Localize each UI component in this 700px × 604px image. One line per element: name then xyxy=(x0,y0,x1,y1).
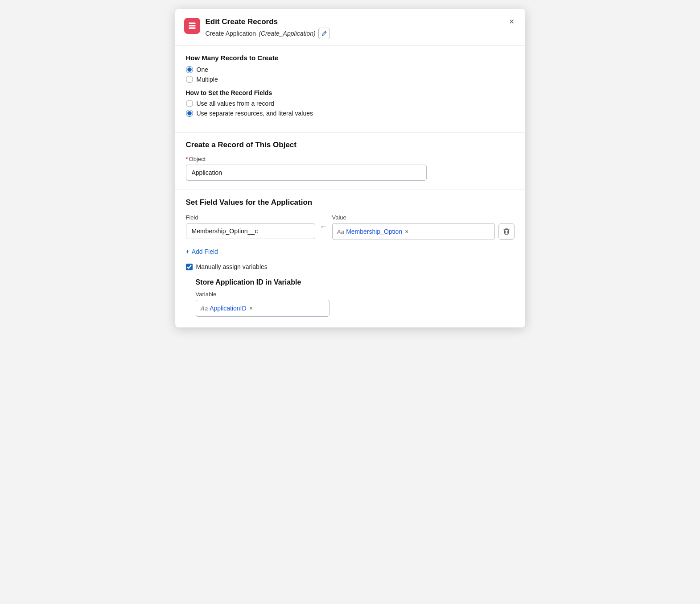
manually-assign-checkbox[interactable] xyxy=(186,264,193,270)
svg-rect-2 xyxy=(189,27,195,29)
set-fields-title: How to Set the Record Fields xyxy=(186,89,515,96)
required-star: * xyxy=(186,156,188,162)
value-input-wrapper: Aa Membership_Option × xyxy=(332,223,515,240)
store-section: Store Application ID in Variable Variabl… xyxy=(196,278,515,317)
radio-separate-label: Use separate resources, and literal valu… xyxy=(197,110,313,117)
set-fields-group: Use all values from a record Use separat… xyxy=(186,100,515,117)
modal-title: Edit Create Records xyxy=(206,17,330,27)
trash-icon xyxy=(503,228,510,235)
application-id-tag: Aa ApplicationID × xyxy=(201,305,253,312)
create-record-section: Create a Record of This Object *Object xyxy=(175,132,525,190)
radio-multiple-input[interactable] xyxy=(186,76,193,83)
subtitle-label: Create Application xyxy=(206,30,256,37)
edit-button[interactable] xyxy=(318,28,330,39)
tag-name: Membership_Option xyxy=(346,228,402,235)
tag-text-icon: Aa xyxy=(337,228,345,235)
var-tag-close-btn[interactable]: × xyxy=(249,305,253,312)
radio-separate-input[interactable] xyxy=(186,110,193,117)
records-count-group: One Multiple xyxy=(186,66,515,83)
set-field-values-section: Set Field Values for the Application Fie… xyxy=(175,190,525,327)
arrow-left-icon: ← xyxy=(320,222,328,232)
how-many-section: How Many Records to Create One Multiple … xyxy=(175,46,525,132)
var-tag-icon: Aa xyxy=(201,305,208,312)
how-many-title: How Many Records to Create xyxy=(186,54,515,62)
radio-all-values[interactable]: Use all values from a record xyxy=(186,100,515,107)
subtitle-api: (Create_Application) xyxy=(259,30,316,37)
radio-separate-resources[interactable]: Use separate resources, and literal valu… xyxy=(186,110,515,117)
field-col: Field xyxy=(186,214,315,239)
modal-container: Edit Create Records Create Application (… xyxy=(175,9,525,327)
title-block: Edit Create Records Create Application (… xyxy=(206,17,330,39)
modal-header: Edit Create Records Create Application (… xyxy=(175,9,525,46)
membership-tag: Aa Membership_Option × xyxy=(337,228,409,235)
add-field-button[interactable]: + Add Field xyxy=(186,246,218,257)
value-col-label: Value xyxy=(332,214,515,221)
records-icon xyxy=(188,21,197,30)
radio-one[interactable]: One xyxy=(186,66,515,73)
field-col-label: Field xyxy=(186,214,315,221)
tag-close-btn[interactable]: × xyxy=(405,228,408,235)
radio-multiple-label: Multiple xyxy=(197,76,218,83)
app-icon xyxy=(184,18,200,34)
set-field-values-title: Set Field Values for the Application xyxy=(186,198,515,207)
var-tag-name: ApplicationID xyxy=(210,305,247,312)
modal-subtitle: Create Application (Create_Application) xyxy=(206,28,330,39)
add-field-plus: + xyxy=(186,248,189,255)
variable-tag-input[interactable]: Aa ApplicationID × xyxy=(196,300,329,317)
trash-button[interactable] xyxy=(498,223,515,240)
radio-multiple[interactable]: Multiple xyxy=(186,76,515,83)
arrow-col: ← xyxy=(320,214,328,232)
value-tag-input[interactable]: Aa Membership_Option × xyxy=(332,223,495,240)
svg-rect-0 xyxy=(189,23,195,24)
add-field-label: Add Field xyxy=(192,248,218,255)
object-label-text: Object xyxy=(189,156,206,162)
header-left: Edit Create Records Create Application (… xyxy=(184,17,330,39)
value-col: Value Aa Membership_Option × xyxy=(332,214,515,240)
field-value-container: Field ← Value Aa Membership_Option × xyxy=(186,214,515,240)
create-record-title: Create a Record of This Object xyxy=(186,141,515,149)
close-button[interactable]: × xyxy=(507,16,516,27)
radio-all-values-label: Use all values from a record xyxy=(197,100,274,107)
variable-label: Variable xyxy=(196,291,515,298)
object-field-label: *Object xyxy=(186,156,515,162)
manually-assign-row: Manually assign variables xyxy=(186,263,515,270)
field-input[interactable] xyxy=(186,223,315,239)
svg-rect-1 xyxy=(189,25,195,26)
object-input[interactable] xyxy=(186,165,427,181)
manually-assign-label[interactable]: Manually assign variables xyxy=(196,263,268,270)
radio-one-input[interactable] xyxy=(186,66,193,73)
pencil-icon xyxy=(321,30,327,37)
radio-one-label: One xyxy=(197,66,208,73)
store-title: Store Application ID in Variable xyxy=(196,278,515,286)
radio-all-values-input[interactable] xyxy=(186,100,193,107)
